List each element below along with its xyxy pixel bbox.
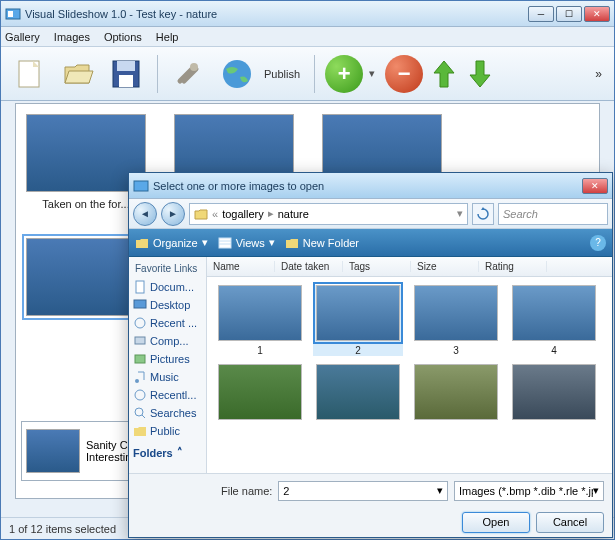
search-icon — [133, 406, 147, 420]
nav-forward-button[interactable]: ► — [161, 202, 185, 226]
file-item[interactable] — [313, 364, 403, 424]
preview-line: Interestin — [86, 451, 134, 463]
fav-music[interactable]: Music — [133, 368, 202, 386]
file-item[interactable]: 3 — [411, 285, 501, 356]
settings-button[interactable] — [168, 53, 210, 95]
file-list-area: Name Date taken Tags Size Rating 1 2 3 4 — [207, 257, 612, 473]
move-down-button[interactable] — [465, 55, 495, 93]
organize-icon — [135, 237, 149, 249]
file-item[interactable] — [411, 364, 501, 424]
toolbar-overflow[interactable]: » — [595, 67, 602, 81]
preview-text: Sanity Ca Interestin — [86, 439, 134, 463]
toolbar-separator — [157, 55, 158, 93]
file-open-dialog: Select one or more images to open ✕ ◄ ► … — [128, 172, 613, 538]
remove-button[interactable]: − — [385, 55, 423, 93]
breadcrumb-segment[interactable]: togallery — [222, 208, 264, 220]
breadcrumb-segment[interactable]: nature — [278, 208, 309, 220]
publish-globe-button[interactable] — [216, 53, 258, 95]
views-label: Views — [236, 237, 265, 249]
desktop-icon — [133, 298, 147, 312]
file-label: 2 — [313, 345, 403, 356]
recent-icon — [133, 388, 147, 402]
breadcrumb[interactable]: « togallery ▸ nature ▾ — [189, 203, 468, 225]
dialog-nav: ◄ ► « togallery ▸ nature ▾ Search — [129, 199, 612, 229]
nav-back-button[interactable]: ◄ — [133, 202, 157, 226]
col-size[interactable]: Size — [411, 261, 479, 272]
breadcrumb-dropdown[interactable]: ▾ — [457, 207, 463, 220]
file-thumbnail — [414, 285, 498, 341]
fav-public[interactable]: Public — [133, 422, 202, 440]
breadcrumb-separator: « — [212, 208, 218, 220]
svg-rect-8 — [134, 181, 148, 191]
col-tags[interactable]: Tags — [343, 261, 411, 272]
status-text: 1 of 12 items selected — [9, 523, 116, 535]
close-button[interactable]: ✕ — [584, 6, 610, 22]
file-label: 4 — [509, 345, 599, 356]
col-rating[interactable]: Rating — [479, 261, 547, 272]
file-thumbnail — [218, 364, 302, 420]
new-folder-button[interactable]: New Folder — [285, 237, 359, 249]
search-placeholder: Search — [503, 208, 538, 220]
fav-computer[interactable]: Comp... — [133, 332, 202, 350]
file-label: 1 — [215, 345, 305, 356]
file-item[interactable]: 2 — [313, 285, 403, 356]
menubar: Gallery Images Options Help — [1, 27, 614, 47]
file-item[interactable]: 1 — [215, 285, 305, 356]
file-grid: 1 2 3 4 — [207, 277, 612, 473]
organize-button[interactable]: Organize ▾ — [135, 236, 208, 249]
menu-images[interactable]: Images — [54, 31, 90, 43]
fav-searches[interactable]: Searches — [133, 404, 202, 422]
main-titlebar: Visual Slideshow 1.0 - Test key - nature… — [1, 1, 614, 27]
computer-icon — [133, 334, 147, 348]
col-date[interactable]: Date taken — [275, 261, 343, 272]
fav-documents[interactable]: Docum... — [133, 278, 202, 296]
file-item[interactable] — [215, 364, 305, 424]
open-button[interactable]: Open — [462, 512, 530, 533]
help-button[interactable]: ? — [590, 235, 606, 251]
svg-rect-15 — [135, 337, 145, 344]
refresh-button[interactable] — [472, 203, 494, 225]
cancel-button[interactable]: Cancel — [536, 512, 604, 533]
col-name[interactable]: Name — [207, 261, 275, 272]
minimize-button[interactable]: ─ — [528, 6, 554, 22]
file-type-filter[interactable]: Images (*.bmp *.dib *.rle *.jpg * ▾ — [454, 481, 604, 501]
new-button[interactable] — [9, 53, 51, 95]
move-up-button[interactable] — [429, 55, 459, 93]
filename-label: File name: — [221, 485, 272, 497]
file-thumbnail — [414, 364, 498, 420]
folder-icon — [285, 237, 299, 249]
app-icon — [5, 6, 21, 22]
breadcrumb-separator: ▸ — [268, 207, 274, 220]
fav-pictures[interactable]: Pictures — [133, 350, 202, 368]
dialog-icon — [133, 178, 149, 194]
save-button[interactable] — [105, 53, 147, 95]
add-button[interactable]: + — [325, 55, 363, 93]
svg-point-19 — [135, 408, 143, 416]
menu-gallery[interactable]: Gallery — [5, 31, 40, 43]
search-input[interactable]: Search — [498, 203, 608, 225]
file-thumbnail — [512, 285, 596, 341]
publish-label: Publish — [264, 68, 300, 80]
menu-help[interactable]: Help — [156, 31, 179, 43]
add-dropdown[interactable]: ▾ — [369, 67, 379, 80]
dialog-title: Select one or more images to open — [153, 180, 582, 192]
music-icon — [133, 370, 147, 384]
fav-recently[interactable]: Recentl... — [133, 386, 202, 404]
menu-options[interactable]: Options — [104, 31, 142, 43]
svg-point-17 — [135, 379, 139, 383]
views-button[interactable]: Views ▾ — [218, 236, 275, 249]
dialog-close-button[interactable]: ✕ — [582, 178, 608, 194]
file-item[interactable] — [509, 364, 599, 424]
organize-label: Organize — [153, 237, 198, 249]
svg-rect-13 — [134, 300, 146, 308]
file-item[interactable]: 4 — [509, 285, 599, 356]
open-button[interactable] — [57, 53, 99, 95]
file-thumbnail — [512, 364, 596, 420]
chevron-down-icon[interactable]: ▾ — [437, 484, 443, 497]
dialog-body: Favorite Links Docum... Desktop Recent .… — [129, 257, 612, 473]
maximize-button[interactable]: ☐ — [556, 6, 582, 22]
filename-input[interactable]: 2 ▾ — [278, 481, 448, 501]
fav-recent[interactable]: Recent ... — [133, 314, 202, 332]
folders-toggle[interactable]: Folders ˄ — [133, 446, 202, 459]
fav-desktop[interactable]: Desktop — [133, 296, 202, 314]
